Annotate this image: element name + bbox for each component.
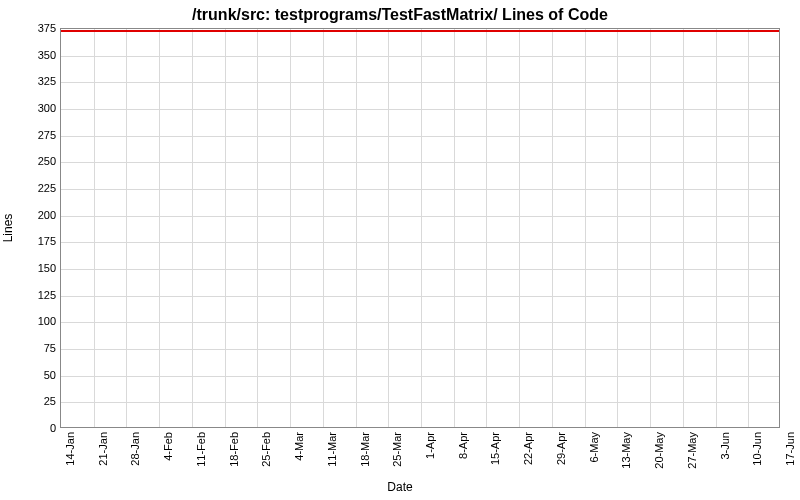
x-tick-label: 25-Mar	[391, 432, 403, 467]
y-tick-label: 50	[6, 369, 56, 381]
gridline-v	[388, 29, 389, 427]
x-tick-label: 4-Feb	[162, 432, 174, 461]
x-tick-label: 13-May	[620, 432, 632, 469]
gridline-h	[61, 376, 779, 377]
chart-title: /trunk/src: testprograms/TestFastMatrix/…	[0, 6, 800, 24]
gridline-v	[225, 29, 226, 427]
gridline-v	[716, 29, 717, 427]
y-tick-label: 100	[6, 315, 56, 327]
y-tick-label: 300	[6, 102, 56, 114]
gridline-v	[126, 29, 127, 427]
gridline-v	[486, 29, 487, 427]
chart-container: /trunk/src: testprograms/TestFastMatrix/…	[0, 0, 800, 500]
gridline-v	[683, 29, 684, 427]
gridline-v	[159, 29, 160, 427]
x-tick-label: 29-Apr	[555, 432, 567, 465]
gridline-h	[61, 56, 779, 57]
x-tick-label: 11-Feb	[195, 432, 207, 467]
y-tick-label: 125	[6, 289, 56, 301]
x-tick-label: 18-Feb	[228, 432, 240, 467]
x-tick-label: 6-May	[588, 432, 600, 463]
y-tick-label: 175	[6, 235, 56, 247]
gridline-h	[61, 322, 779, 323]
gridline-v	[257, 29, 258, 427]
gridline-h	[61, 82, 779, 83]
gridline-v	[617, 29, 618, 427]
x-tick-label: 10-Jun	[751, 432, 763, 466]
y-tick-label: 150	[6, 262, 56, 274]
x-tick-label: 22-Apr	[522, 432, 534, 465]
gridline-h	[61, 242, 779, 243]
gridline-h	[61, 269, 779, 270]
y-tick-label: 225	[6, 182, 56, 194]
x-tick-label: 8-Apr	[457, 432, 469, 459]
x-tick-label: 11-Mar	[326, 432, 338, 467]
x-tick-label: 17-Jun	[784, 432, 796, 466]
x-tick-label: 4-Mar	[293, 432, 305, 461]
gridline-h	[61, 162, 779, 163]
x-tick-label: 28-Jan	[129, 432, 141, 466]
gridline-h	[61, 136, 779, 137]
gridline-h	[61, 216, 779, 217]
x-tick-label: 18-Mar	[359, 432, 371, 467]
gridline-v	[519, 29, 520, 427]
gridline-v	[290, 29, 291, 427]
x-tick-label: 21-Jan	[97, 432, 109, 466]
y-tick-label: 275	[6, 129, 56, 141]
x-tick-label: 14-Jan	[64, 432, 76, 466]
gridline-v	[421, 29, 422, 427]
y-tick-label: 75	[6, 342, 56, 354]
x-tick-label: 1-Apr	[424, 432, 436, 459]
gridline-v	[585, 29, 586, 427]
y-tick-label: 200	[6, 209, 56, 221]
gridline-v	[94, 29, 95, 427]
gridline-v	[748, 29, 749, 427]
y-tick-label: 25	[6, 395, 56, 407]
y-tick-label: 350	[6, 49, 56, 61]
gridline-v	[650, 29, 651, 427]
gridline-v	[192, 29, 193, 427]
y-tick-label: 325	[6, 75, 56, 87]
data-series-line	[61, 30, 779, 32]
gridline-v	[454, 29, 455, 427]
gridline-v	[323, 29, 324, 427]
x-tick-label: 25-Feb	[260, 432, 272, 467]
x-tick-label: 27-May	[686, 432, 698, 469]
gridline-h	[61, 189, 779, 190]
y-tick-label: 0	[6, 422, 56, 434]
gridline-v	[356, 29, 357, 427]
x-tick-label: 15-Apr	[489, 432, 501, 465]
x-tick-label: 3-Jun	[719, 432, 731, 460]
gridline-h	[61, 109, 779, 110]
x-tick-label: 20-May	[653, 432, 665, 469]
gridline-h	[61, 402, 779, 403]
x-axis-label: Date	[0, 480, 800, 494]
y-tick-label: 375	[6, 22, 56, 34]
y-tick-label: 250	[6, 155, 56, 167]
gridline-v	[552, 29, 553, 427]
plot-area	[60, 28, 780, 428]
gridline-h	[61, 296, 779, 297]
gridline-h	[61, 349, 779, 350]
